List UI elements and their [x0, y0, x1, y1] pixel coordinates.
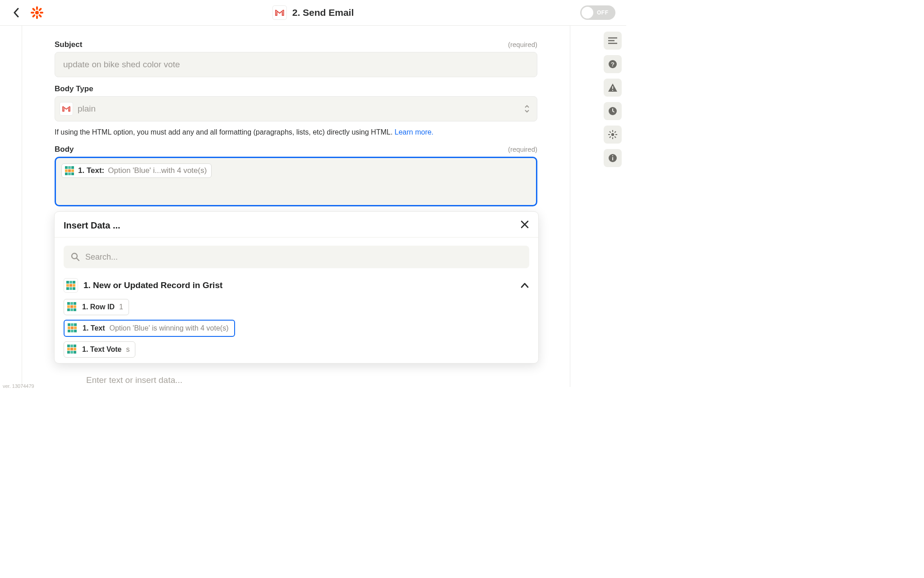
svg-rect-33 — [68, 172, 71, 175]
field-list: 1. Row ID 11. Text Option 'Blue' is winn… — [64, 299, 529, 358]
body-editor[interactable]: 1. Text: Option 'Blue' i...with 4 vote(s… — [55, 157, 537, 206]
grist-icon — [67, 302, 78, 312]
svg-rect-19 — [614, 131, 616, 133]
field-option[interactable]: 1. Text Vote s — [64, 341, 135, 358]
top-bar: 2. Send Email OFF — [0, 0, 626, 26]
svg-rect-31 — [71, 169, 74, 172]
svg-rect-55 — [71, 323, 74, 326]
svg-rect-49 — [70, 305, 73, 308]
svg-rect-11 — [612, 86, 613, 89]
svg-rect-47 — [74, 302, 76, 305]
zap-enable-toggle[interactable]: OFF — [580, 5, 615, 20]
svg-rect-70 — [70, 351, 73, 354]
chevron-up-icon — [520, 282, 529, 289]
outline-button[interactable] — [604, 32, 622, 50]
history-button[interactable] — [604, 102, 622, 120]
step-title-group: 2. Send Email — [273, 5, 354, 20]
data-source-row[interactable]: 1. New or Updated Record in Grist — [64, 278, 529, 293]
zapier-logo — [30, 5, 44, 20]
svg-rect-39 — [66, 284, 69, 287]
field-option[interactable]: 1. Row ID 1 — [64, 299, 129, 315]
svg-rect-4 — [40, 12, 43, 14]
svg-rect-28 — [71, 166, 74, 169]
svg-rect-62 — [74, 330, 77, 332]
body-type-field: Body Type plain If using the HTML opt — [55, 84, 537, 138]
svg-rect-32 — [65, 172, 68, 175]
help-icon: ? — [608, 60, 617, 69]
warnings-button[interactable] — [604, 79, 622, 97]
search-icon — [71, 252, 80, 261]
body-type-select[interactable]: plain — [55, 96, 537, 121]
info-button[interactable] — [604, 149, 622, 167]
toggle-label: OFF — [597, 9, 609, 16]
field-option-label: 1. Row ID — [82, 303, 115, 311]
svg-rect-64 — [70, 345, 73, 347]
svg-rect-71 — [74, 351, 76, 354]
field-option[interactable]: 1. Text Option 'Blue' is winning with 4 … — [64, 320, 235, 337]
insert-data-body: Search... 1. New or Updated Record in Gr… — [55, 238, 538, 363]
subject-required: (required) — [508, 41, 537, 48]
field-option-label: 1. Text Vote — [82, 345, 121, 354]
back-button[interactable] — [11, 7, 22, 18]
select-stepper — [524, 105, 530, 113]
version-label: ver. 13074479 — [3, 383, 34, 389]
svg-rect-63 — [67, 345, 70, 347]
field-option-value: s — [126, 345, 129, 354]
gmail-app-icon-small — [60, 102, 73, 116]
svg-rect-42 — [66, 287, 69, 290]
svg-rect-45 — [67, 302, 70, 305]
svg-rect-52 — [70, 308, 73, 311]
field-option-label: 1. Text — [83, 324, 105, 332]
svg-rect-8 — [38, 14, 42, 18]
grist-icon — [65, 166, 74, 176]
svg-rect-2 — [36, 15, 38, 19]
subject-input[interactable]: update on bike shed color vote — [55, 52, 537, 77]
svg-rect-56 — [74, 323, 77, 326]
svg-rect-59 — [74, 326, 77, 329]
pill-value: Option 'Blue' i...with 4 vote(s) — [108, 166, 207, 175]
close-icon — [520, 220, 529, 229]
svg-rect-41 — [73, 284, 75, 287]
chevron-up-icon — [524, 105, 530, 108]
svg-rect-37 — [69, 281, 72, 284]
grist-app-icon — [64, 278, 78, 293]
svg-point-14 — [611, 133, 614, 136]
svg-rect-44 — [73, 287, 75, 290]
body-required: (required) — [508, 145, 537, 153]
svg-rect-54 — [68, 323, 70, 326]
outline-icon — [608, 37, 617, 44]
svg-rect-3 — [31, 12, 34, 14]
right-rail: ? — [604, 32, 622, 167]
body-label: Body — [55, 145, 74, 154]
field-option-value: 1 — [119, 303, 123, 311]
close-button[interactable] — [520, 220, 529, 231]
svg-rect-12 — [612, 90, 613, 91]
svg-rect-27 — [68, 166, 71, 169]
insert-data-search[interactable]: Search... — [64, 246, 529, 268]
warning-icon — [608, 83, 618, 92]
body-type-value: plain — [78, 104, 96, 114]
svg-rect-68 — [74, 348, 76, 350]
subject-label: Subject — [55, 40, 82, 49]
gmail-icon — [62, 106, 70, 112]
step-title: 2. Send Email — [292, 7, 354, 18]
svg-rect-61 — [71, 330, 74, 332]
insert-data-header: Insert Data ... — [55, 212, 538, 238]
svg-rect-43 — [69, 287, 72, 290]
svg-point-0 — [35, 11, 39, 14]
learn-more-link[interactable]: Learn more. — [395, 128, 434, 136]
settings-button[interactable] — [604, 126, 622, 144]
clock-icon — [608, 107, 617, 116]
svg-rect-38 — [73, 281, 75, 284]
svg-rect-5 — [38, 8, 42, 11]
body-type-label: Body Type — [55, 84, 93, 93]
mapped-field-pill[interactable]: 1. Text: Option 'Blue' i...with 4 vote(s… — [61, 163, 212, 178]
svg-rect-17 — [608, 134, 610, 135]
svg-rect-30 — [68, 169, 71, 172]
help-button[interactable]: ? — [604, 55, 622, 73]
svg-rect-65 — [74, 345, 76, 347]
body-type-helper: If using the HTML option, you must add a… — [55, 127, 537, 138]
data-source-label: 1. New or Updated Record in Grist — [83, 280, 222, 290]
svg-rect-46 — [70, 302, 73, 305]
svg-rect-57 — [68, 326, 70, 329]
